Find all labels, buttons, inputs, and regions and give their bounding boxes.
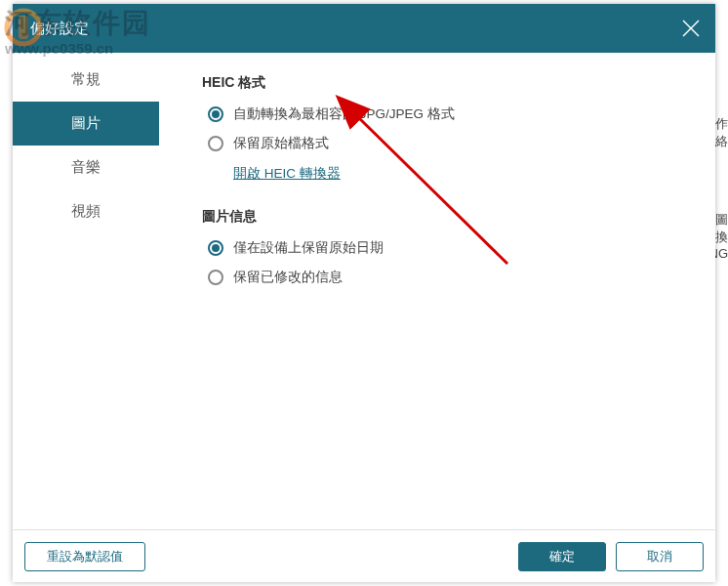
sidebar-item-general[interactable]: 常規 xyxy=(13,58,159,102)
titlebar: 偏好設定 xyxy=(13,4,715,53)
button-label: 重設為默認值 xyxy=(47,548,123,565)
section-title-exif: 圖片信息 xyxy=(202,208,686,226)
dialog-footer: 重設為默認值 確定 取消 xyxy=(13,529,715,582)
radio-label: 保留已修改的信息 xyxy=(233,269,343,286)
ok-button[interactable]: 確定 xyxy=(518,542,606,571)
sidebar-item-video[interactable]: 視頻 xyxy=(13,189,159,233)
radio-heic-convert[interactable]: 自動轉換為最相容的 JPG/JPEG 格式 xyxy=(208,105,686,123)
button-label: 確定 xyxy=(549,548,575,565)
watermark-logo xyxy=(4,8,43,47)
radio-icon xyxy=(208,136,223,151)
section-title-heic: HEIC 格式 xyxy=(202,74,686,92)
radio-icon xyxy=(208,240,223,256)
radio-icon xyxy=(208,106,223,122)
dialog-body: 常規 圖片 音樂 視頻 HEIC 格式 自動轉換為最相容的 JPG/JPEG 格… xyxy=(13,53,715,529)
sidebar-item-music[interactable]: 音樂 xyxy=(13,146,159,189)
close-button[interactable] xyxy=(667,4,715,53)
close-icon xyxy=(681,19,701,38)
radio-exif-original[interactable]: 僅在設備上保留原始日期 xyxy=(208,239,686,257)
radio-exif-modified[interactable]: 保留已修改的信息 xyxy=(208,269,686,286)
svg-rect-1 xyxy=(19,16,28,39)
reset-defaults-button[interactable]: 重設為默認值 xyxy=(24,542,145,571)
radio-label: 自動轉換為最相容的 JPG/JPEG 格式 xyxy=(233,105,455,123)
radio-label: 保留原始檔格式 xyxy=(233,135,329,152)
sidebar-item-label: 視頻 xyxy=(71,202,101,221)
heic-converter-link-row: 開啟 HEIC 轉換器 xyxy=(233,164,686,183)
radio-icon xyxy=(208,270,223,285)
radio-label: 僅在設備上保留原始日期 xyxy=(233,239,384,257)
radio-heic-keep[interactable]: 保留原始檔格式 xyxy=(208,135,686,152)
content-panel: HEIC 格式 自動轉換為最相容的 JPG/JPEG 格式 保留原始檔格式 開啟… xyxy=(159,53,715,529)
sidebar-item-label: 常規 xyxy=(71,70,101,89)
sidebar: 常規 圖片 音樂 視頻 xyxy=(13,53,159,529)
settings-dialog: 偏好設定 常規 圖片 音樂 視頻 HEIC 格式 xyxy=(13,4,715,582)
sidebar-item-label: 圖片 xyxy=(71,114,101,133)
cancel-button[interactable]: 取消 xyxy=(616,542,704,571)
sidebar-item-photos[interactable]: 圖片 xyxy=(13,102,159,146)
button-label: 取消 xyxy=(647,548,672,565)
open-heic-converter-link[interactable]: 開啟 HEIC 轉換器 xyxy=(233,166,341,181)
sidebar-item-label: 音樂 xyxy=(71,158,101,177)
